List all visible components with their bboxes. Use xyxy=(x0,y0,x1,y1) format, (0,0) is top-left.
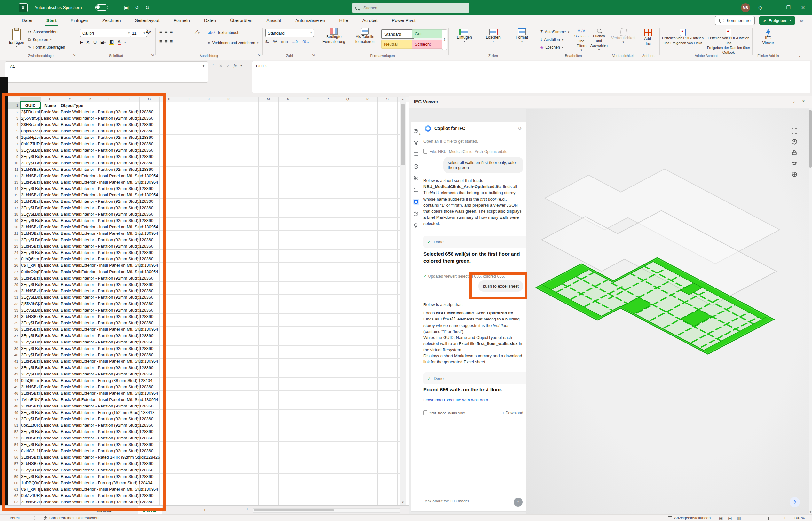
cell-style-standard[interactable]: Standard xyxy=(381,29,415,39)
font-size-select[interactable]: 11▾ xyxy=(130,29,147,37)
number-format-select[interactable]: Standard▾ xyxy=(265,29,314,37)
fit-model-icon[interactable] xyxy=(791,138,798,145)
name-box[interactable]: A1 ▾ xyxy=(5,62,208,83)
ribbon-tab-datei[interactable]: Datei xyxy=(21,15,33,26)
bold-button[interactable]: F xyxy=(80,40,83,45)
column-header-O[interactable]: O xyxy=(298,97,318,102)
download-button[interactable]: ↓ Download xyxy=(503,411,523,415)
cell-style-neutral[interactable]: Neutral xyxy=(381,40,414,49)
formula-input[interactable]: GUID xyxy=(252,61,810,93)
add-sheet-button[interactable]: + xyxy=(203,507,206,512)
zoom-out-icon[interactable]: − xyxy=(751,516,753,520)
column-header-J[interactable]: J xyxy=(199,97,219,102)
collapse-ribbon-icon[interactable]: ⌄ xyxy=(798,53,801,58)
pane-collapse-icon[interactable]: ⌄ xyxy=(792,99,796,104)
normal-view-icon[interactable]: ▦ xyxy=(719,516,723,520)
fill-button[interactable]: ⤓Ausfüllen▾ xyxy=(540,36,569,44)
assistant-rocket-icon[interactable] xyxy=(790,497,800,507)
grow-font-icon[interactable]: A˄ xyxy=(146,29,152,35)
history-check-icon[interactable] xyxy=(413,163,419,169)
format-painter-button[interactable]: ✎Format übertragen xyxy=(28,44,65,51)
ribbon-tab-acrobat[interactable]: Acrobat xyxy=(361,15,379,26)
pdf-share-links-button[interactable]: Erstellen von PDF-Dateien und Freigeben … xyxy=(662,29,704,45)
font-family-select[interactable]: Calibri▾ xyxy=(80,29,132,37)
cell-style-schlecht[interactable]: Schlecht xyxy=(412,40,444,49)
attachment-row[interactable]: first_floor_walls.xlsx ↓ Download xyxy=(423,410,523,415)
currency-icon[interactable]: $▾ xyxy=(265,39,269,44)
ifc-viewer-button[interactable]: IFC Viewer xyxy=(753,29,783,45)
copilot-icon[interactable] xyxy=(413,199,419,205)
increase-decimal-icon[interactable]: ←.0 xyxy=(292,40,297,44)
cell-style-gut[interactable]: Gut xyxy=(412,29,444,38)
home-view-icon[interactable] xyxy=(791,171,798,178)
orientation-icon[interactable]: ⟋▾ xyxy=(194,29,200,35)
avatar[interactable]: MB xyxy=(741,3,750,12)
premium-diamond-icon[interactable]: ◇ xyxy=(758,4,762,10)
ribbon-tab-einfügen[interactable]: Einfügen xyxy=(69,15,90,26)
number-dialog-launcher[interactable]: ⇲ xyxy=(312,53,315,57)
comments-icon[interactable] xyxy=(413,151,419,158)
scroll-up-icon[interactable]: ▲ xyxy=(400,98,405,101)
send-button[interactable]: ↑ xyxy=(514,498,523,506)
section-box-icon[interactable] xyxy=(413,187,419,193)
tab-splitter-icon[interactable]: ⋮ xyxy=(245,507,249,512)
ribbon-tab-power-pivot[interactable]: Power Pivot xyxy=(391,15,417,26)
underline-button[interactable]: U xyxy=(93,40,97,45)
column-header-R[interactable]: R xyxy=(357,97,378,102)
autosum-button[interactable]: ΣAutoSumme▾ xyxy=(540,28,569,36)
clip-icon[interactable] xyxy=(413,175,419,181)
comments-button[interactable]: Kommentare xyxy=(715,16,755,25)
copy-button[interactable]: ⧉Kopieren▾ xyxy=(28,36,65,44)
italic-button[interactable]: K xyxy=(87,40,90,45)
scroll-down-icon[interactable]: ▼ xyxy=(400,501,405,504)
save-icon[interactable]: ▣ xyxy=(124,5,129,10)
restore-button[interactable]: ❐ xyxy=(785,5,791,10)
insert-cells-button[interactable]: Einfügen▾ xyxy=(450,29,479,43)
column-header-M[interactable]: M xyxy=(258,97,279,102)
format-cells-button[interactable]: Format▾ xyxy=(508,29,536,43)
alignment-dialog-launcher[interactable]: ⇲ xyxy=(258,53,260,57)
download-link[interactable]: Download Excel file with wall data xyxy=(423,398,523,402)
lock-view-icon[interactable] xyxy=(791,149,798,156)
vertical-scrollbar[interactable]: ▲ ▼ xyxy=(400,97,406,505)
borders-icon[interactable]: ⊞▾ xyxy=(100,40,106,45)
column-header-S[interactable]: S xyxy=(377,97,397,102)
display-settings-button[interactable]: Anzeigeeinstellungen xyxy=(668,515,711,521)
ribbon-tab-automatisieren[interactable]: Automatisieren xyxy=(294,15,326,26)
name-box-chevron-icon[interactable]: ▾ xyxy=(203,64,204,67)
fullscreen-icon[interactable] xyxy=(791,127,798,134)
zoom-level[interactable]: 100 % xyxy=(794,515,805,521)
find-select-button[interactable]: Suchen und Auswählen▾ xyxy=(590,28,608,51)
macro-record-icon[interactable] xyxy=(31,515,35,521)
model-cube-icon[interactable]: 1 xyxy=(413,128,419,134)
horizontal-scrollbar[interactable] xyxy=(253,508,400,513)
ribbon-tab-start[interactable]: Start xyxy=(45,15,58,26)
conditional-formatting-button[interactable]: Bedingte Formatierung xyxy=(319,28,349,44)
column-header-P[interactable]: P xyxy=(318,97,338,102)
vertical-align-icons[interactable]: ≡≡≡ xyxy=(159,29,175,34)
styles-gallery-more-button[interactable]: ⊽ xyxy=(442,29,447,50)
tips-icon[interactable] xyxy=(413,222,419,229)
filter-icon[interactable] xyxy=(413,139,419,146)
sort-filter-button[interactable]: AZ∇ Sortieren und Filtern▾ xyxy=(573,28,590,51)
fill-color-icon[interactable]: ◧ xyxy=(109,39,114,45)
horizontal-align-icons[interactable]: ≡≡≡ xyxy=(159,38,175,44)
zoom-in-icon[interactable]: + xyxy=(784,516,786,520)
wrap-text-button[interactable]: ab↵Textumbruch xyxy=(208,29,239,37)
autosave-toggle[interactable] xyxy=(95,0,108,15)
excel-app-icon[interactable]: X xyxy=(19,0,29,15)
pane-scroll-down-icon[interactable]: ▼ xyxy=(809,511,812,514)
search-box[interactable] xyxy=(352,3,469,13)
column-header-Q[interactable]: Q xyxy=(338,97,358,102)
insert-function-icon[interactable]: fx xyxy=(234,63,237,68)
delete-cells-button[interactable]: Löschen▾ xyxy=(479,29,507,43)
share-person-icon[interactable]: ☺ xyxy=(799,18,804,23)
horizontal-scrollbar-thumb[interactable] xyxy=(254,509,333,512)
refresh-icon[interactable]: ⟳ xyxy=(518,126,522,131)
minimize-button[interactable]: ─ xyxy=(770,5,777,10)
zoom-slider-handle[interactable] xyxy=(768,517,769,520)
clear-button[interactable]: ◈Löschen▾ xyxy=(540,44,569,51)
column-header-N[interactable]: N xyxy=(278,97,298,102)
addins-button[interactable]: Add- Ins xyxy=(639,29,658,46)
model-viewport[interactable] xyxy=(527,109,809,514)
